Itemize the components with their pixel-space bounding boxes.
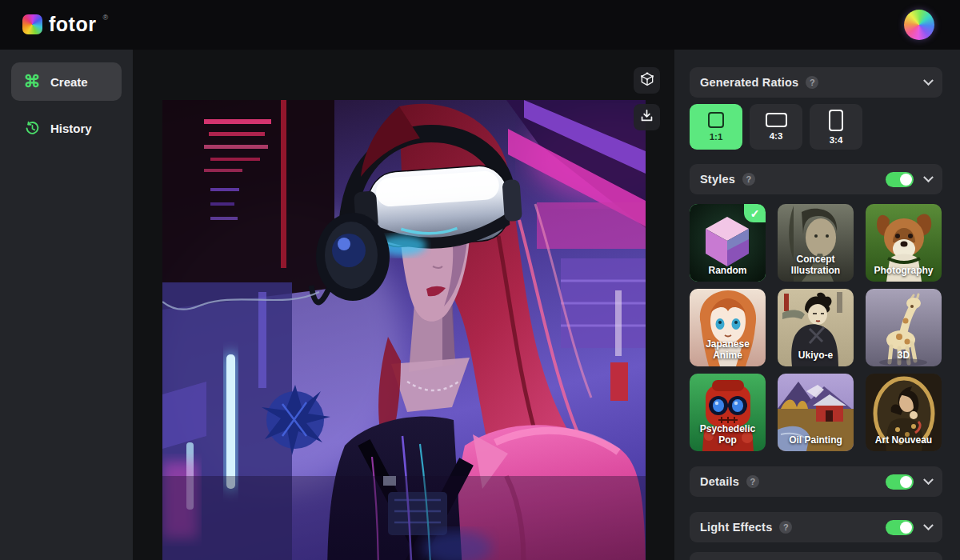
next-section-bar-clipped [690, 552, 942, 560]
details-toggle[interactable] [886, 474, 914, 490]
section-details: Details ? [690, 466, 942, 497]
sidebar-item-label: History [50, 122, 92, 135]
section-title: Light Effects [700, 521, 772, 534]
settings-panel: Generated Ratios ? 1:1 4:3 3:4 Styles ? [674, 50, 960, 560]
section-title: Details [700, 475, 739, 488]
section-styles: Styles ? [690, 164, 942, 194]
square-ratio-icon [708, 112, 724, 128]
section-light-effects: Light Effects ? [690, 512, 942, 542]
style-tile-random[interactable]: Random ✓ [690, 204, 766, 282]
style-tile-psychedelic-pop[interactable]: Psychedelic Pop [690, 374, 766, 451]
sidebar-item-create[interactable]: ⌘ Create [11, 62, 122, 101]
selected-check-badge: ✓ [744, 204, 766, 222]
command-icon: ⌘ [24, 74, 40, 90]
landscape-ratio-icon [766, 113, 787, 127]
style-tile-art-nouveau[interactable]: Art Nouveau [866, 374, 942, 451]
fotor-logo[interactable]: fotor ® [22, 12, 108, 36]
history-icon [24, 120, 40, 136]
section-generated-ratios: Generated Ratios ? [690, 67, 942, 98]
download-icon [639, 108, 654, 126]
style-tile-ukiyo-e[interactable]: Ukiyo-e [778, 289, 854, 366]
top-bar: fotor ® [0, 0, 960, 50]
chevron-down-icon[interactable] [923, 474, 934, 485]
generated-image[interactable] [162, 100, 646, 560]
chevron-down-icon[interactable] [923, 520, 934, 530]
help-icon[interactable]: ? [742, 173, 755, 186]
fotor-logo-icon [22, 14, 42, 34]
cyberpunk-vr-woman-illustration [162, 100, 646, 560]
sidebar-item-history[interactable]: History [11, 110, 122, 146]
style-tile-photography[interactable]: Photography [866, 204, 942, 282]
fotor-logo-text: fotor [49, 12, 96, 36]
styles-grid: Random ✓ Concept Illustration [690, 204, 942, 451]
user-avatar[interactable] [904, 10, 934, 40]
ratio-option-4-3[interactable]: 4:3 [750, 104, 802, 150]
style-tile-oil-painting[interactable]: Oil Painting [778, 374, 854, 451]
cube-3d-icon [639, 71, 655, 90]
style-tile-concept-illustration[interactable]: Concept Illustration [778, 204, 854, 282]
help-icon[interactable]: ? [746, 475, 759, 488]
help-icon[interactable]: ? [806, 76, 818, 89]
style-tile-3d[interactable]: 3D [866, 289, 942, 366]
chevron-down-icon[interactable] [923, 75, 934, 86]
registered-mark: ® [102, 14, 108, 22]
download-button[interactable] [634, 104, 660, 130]
ratio-option-3-4[interactable]: 3:4 [810, 104, 862, 150]
style-tile-japanese-anime[interactable]: Japanese Anime [690, 289, 766, 366]
styles-toggle[interactable] [886, 172, 914, 187]
check-icon: ✓ [750, 207, 760, 220]
light-effects-toggle[interactable] [886, 520, 914, 535]
sidebar: ⌘ Create History [0, 50, 133, 560]
ratio-option-1-1[interactable]: 1:1 [690, 104, 742, 150]
chevron-down-icon[interactable] [923, 172, 934, 182]
section-title: Styles [700, 173, 735, 186]
view-3d-button[interactable] [634, 67, 660, 94]
sidebar-item-label: Create [50, 75, 88, 89]
help-icon[interactable]: ? [779, 521, 792, 534]
ratio-options: 1:1 4:3 3:4 [690, 104, 942, 150]
section-title: Generated Ratios [700, 76, 798, 89]
portrait-ratio-icon [829, 110, 843, 131]
